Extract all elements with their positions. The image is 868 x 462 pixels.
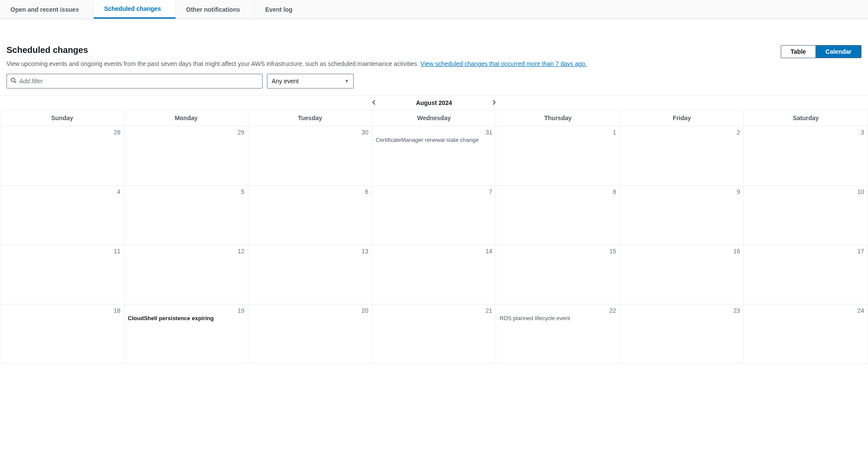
calendar-event[interactable]: CertificateManager renewal state change (376, 137, 493, 144)
desc-text: View upcoming events and ongoing events … (7, 60, 421, 67)
day-header: Monday (124, 110, 248, 126)
calendar-cell[interactable]: 17 (744, 245, 868, 304)
calendar-cell[interactable]: 8 (496, 185, 620, 245)
calendar-cell[interactable]: 20 (248, 304, 372, 364)
calendar-cell[interactable]: 24 (744, 304, 868, 364)
day-number: 18 (4, 307, 121, 314)
tab-other-notifications[interactable]: Other notifications ˙ (176, 0, 255, 19)
tab-label: Open and recent issues (10, 6, 79, 13)
month-navigator: August 2024 (0, 95, 868, 110)
day-number: 28 (4, 129, 121, 136)
day-header: Thursday (496, 110, 620, 126)
calendar-cell[interactable]: 21 (372, 304, 496, 364)
calendar-cell[interactable]: 13 (248, 245, 372, 304)
desc-link[interactable]: View scheduled changes that occurred mor… (421, 60, 587, 67)
tab-label: Event log (265, 6, 293, 13)
tabs-bar: Open and recent issues ˙ Scheduled chang… (0, 0, 868, 19)
tab-open-recent-issues[interactable]: Open and recent issues ˙ (0, 0, 94, 19)
caret-down-icon: ▼ (345, 79, 349, 83)
day-number: 24 (747, 307, 864, 314)
calendar-cell[interactable]: 2 (620, 126, 744, 185)
title-badge: ˙ (92, 48, 93, 52)
day-number: 8 (500, 188, 616, 195)
badge-dot: ˙ (243, 7, 244, 11)
tab-event-log[interactable]: Event log (255, 0, 303, 19)
day-number: 6 (252, 188, 368, 195)
day-number: 19 (128, 307, 245, 314)
calendar-cell[interactable]: 15 (496, 245, 620, 304)
day-number: 23 (624, 307, 740, 314)
calendar-cell[interactable]: 7 (372, 185, 496, 245)
day-number: 12 (128, 248, 245, 255)
svg-point-0 (11, 78, 15, 82)
calendar-cell[interactable]: 11 (0, 245, 125, 304)
calendar-cell[interactable]: 16 (620, 245, 744, 304)
calendar-event[interactable]: RDS planned lifecycle event (500, 315, 616, 322)
event-type-dropdown[interactable]: Any event ▼ (267, 74, 354, 88)
day-header: Wednesday (372, 110, 496, 126)
toggle-calendar-button[interactable]: Calendar (815, 46, 861, 58)
tab-label: Scheduled changes (104, 5, 161, 12)
calendar-cell[interactable]: 28 (0, 126, 125, 185)
day-number: 17 (747, 248, 864, 255)
badge-dot: ˙ (164, 7, 165, 11)
calendar-cell[interactable]: 4 (0, 185, 125, 245)
day-number: 21 (376, 307, 493, 314)
badge-dot: ˙ (82, 7, 83, 11)
page-title: Scheduled changes (7, 45, 88, 55)
day-header: Friday (620, 110, 744, 126)
tab-label: Other notifications (186, 6, 240, 13)
view-toggle: Table Calendar (781, 45, 861, 58)
day-number: 20 (252, 307, 368, 314)
filter-input[interactable] (19, 78, 259, 85)
month-label: August 2024 (416, 99, 452, 106)
day-number: 7 (376, 188, 493, 195)
day-number: 29 (128, 129, 245, 136)
calendar-cell[interactable]: 14 (372, 245, 496, 304)
day-number: 10 (747, 188, 864, 195)
day-number: 13 (252, 248, 368, 255)
day-number: 16 (624, 248, 740, 255)
calendar-cell[interactable]: 9 (620, 185, 744, 245)
content-panel: Scheduled changes ˙ Table Calendar View … (0, 36, 868, 88)
calendar-cell[interactable]: 5 (124, 185, 248, 245)
day-number: 31 (376, 129, 493, 136)
calendar-cell[interactable]: 12 (124, 245, 248, 304)
calendar-cell[interactable]: 1 (496, 126, 620, 185)
tab-scheduled-changes[interactable]: Scheduled changes ˙ (94, 0, 176, 19)
calendar-event[interactable]: CloudShell persistence expiring (128, 315, 245, 322)
search-icon (10, 77, 16, 85)
day-number: 2 (624, 129, 740, 136)
day-number: 9 (624, 188, 740, 195)
calendar-cell[interactable]: 22RDS planned lifecycle event (496, 304, 620, 364)
day-number: 15 (500, 248, 616, 255)
calendar-grid: SundayMondayTuesdayWednesdayThursdayFrid… (0, 110, 868, 364)
day-header: Sunday (0, 110, 125, 126)
next-month-button[interactable] (491, 99, 496, 106)
calendar-cell[interactable]: 30 (248, 126, 372, 185)
day-number: 5 (128, 188, 245, 195)
calendar-cell[interactable]: 23 (620, 304, 744, 364)
calendar-cell[interactable]: 19CloudShell persistence expiring (124, 304, 248, 364)
dropdown-label: Any event (272, 78, 299, 85)
calendar-cell[interactable]: 3 (744, 126, 868, 185)
calendar-cell[interactable]: 29 (124, 126, 248, 185)
day-number: 11 (4, 248, 121, 255)
day-header: Tuesday (248, 110, 372, 126)
day-number: 4 (4, 188, 121, 195)
day-number: 1 (500, 129, 616, 136)
page-description: View upcoming events and ongoing events … (7, 60, 861, 69)
svg-line-1 (15, 82, 16, 83)
calendar-cell[interactable]: 18 (0, 304, 125, 364)
toggle-table-button[interactable]: Table (781, 46, 816, 58)
day-number: 3 (747, 129, 864, 136)
calendar-cell[interactable]: 31CertificateManager renewal state chang… (372, 126, 496, 185)
calendar-cell[interactable]: 6 (248, 185, 372, 245)
day-number: 14 (376, 248, 493, 255)
day-header: Saturday (744, 110, 868, 126)
day-number: 30 (252, 129, 368, 136)
filter-field[interactable] (7, 74, 263, 88)
prev-month-button[interactable] (372, 99, 377, 106)
day-number: 22 (500, 307, 616, 314)
calendar-cell[interactable]: 10 (744, 185, 868, 245)
